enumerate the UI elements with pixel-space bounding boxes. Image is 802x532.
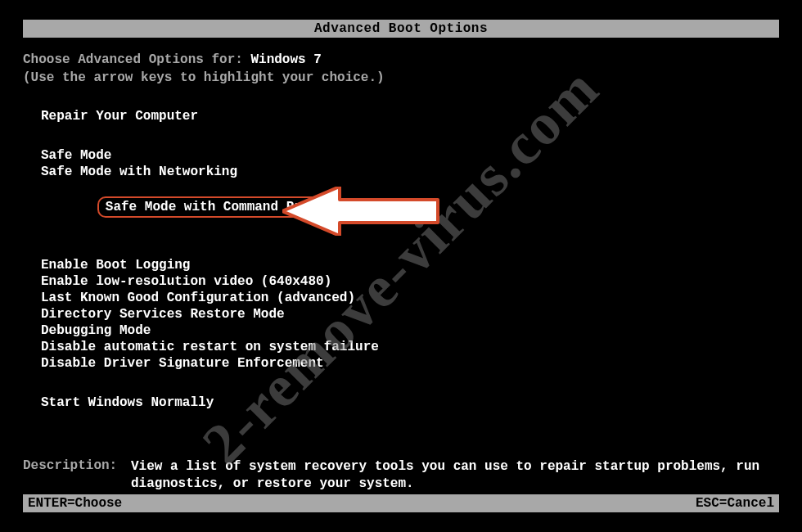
option-safe-mode-networking[interactable]: Safe Mode with Networking	[41, 164, 779, 180]
description-text: View a list of system recovery tools you…	[131, 458, 779, 493]
group-safe-mode: Safe Mode Safe Mode with Networking Safe…	[41, 147, 779, 234]
option-repair-your-computer[interactable]: Repair Your Computer	[41, 108, 779, 124]
highlighted-option: Safe Mode with Command Prompt	[97, 196, 341, 218]
footer-enter: ENTER=Choose	[28, 496, 122, 511]
option-enable-boot-logging[interactable]: Enable Boot Logging	[41, 257, 779, 273]
hint-line: (Use the arrow keys to highlight your ch…	[23, 70, 779, 85]
option-safe-mode-command-prompt[interactable]: Safe Mode with Command Prompt	[41, 180, 779, 234]
footer-bar: ENTER=Choose ESC=Cancel	[23, 494, 779, 512]
content-area: Choose Advanced Options for: Windows 7 (…	[23, 38, 779, 493]
option-start-normally[interactable]: Start Windows Normally	[41, 394, 779, 411]
option-debugging-mode[interactable]: Debugging Mode	[41, 322, 779, 339]
title-bar: Advanced Boot Options	[23, 20, 779, 38]
intro-line: Choose Advanced Options for: Windows 7	[23, 52, 779, 67]
group-advanced: Enable Boot Logging Enable low-resolutio…	[41, 257, 779, 372]
description-label: Description:	[23, 458, 131, 493]
description-row: Description: View a list of system recov…	[23, 458, 779, 493]
option-disable-driver-sig[interactable]: Disable Driver Signature Enforcement	[41, 355, 779, 372]
option-low-res-video[interactable]: Enable low-resolution video (640x480)	[41, 273, 779, 290]
footer-esc: ESC=Cancel	[696, 496, 774, 511]
page-title: Advanced Boot Options	[314, 21, 488, 36]
option-directory-services-restore[interactable]: Directory Services Restore Mode	[41, 306, 779, 322]
option-last-known-good[interactable]: Last Known Good Configuration (advanced)	[41, 290, 779, 306]
intro-prefix: Choose Advanced Options for:	[23, 52, 250, 67]
option-disable-auto-restart[interactable]: Disable automatic restart on system fail…	[41, 339, 779, 355]
os-name: Windows 7	[250, 52, 321, 67]
group-repair: Repair Your Computer	[41, 108, 779, 124]
group-normal: Start Windows Normally	[41, 394, 779, 411]
option-safe-mode[interactable]: Safe Mode	[41, 147, 779, 164]
